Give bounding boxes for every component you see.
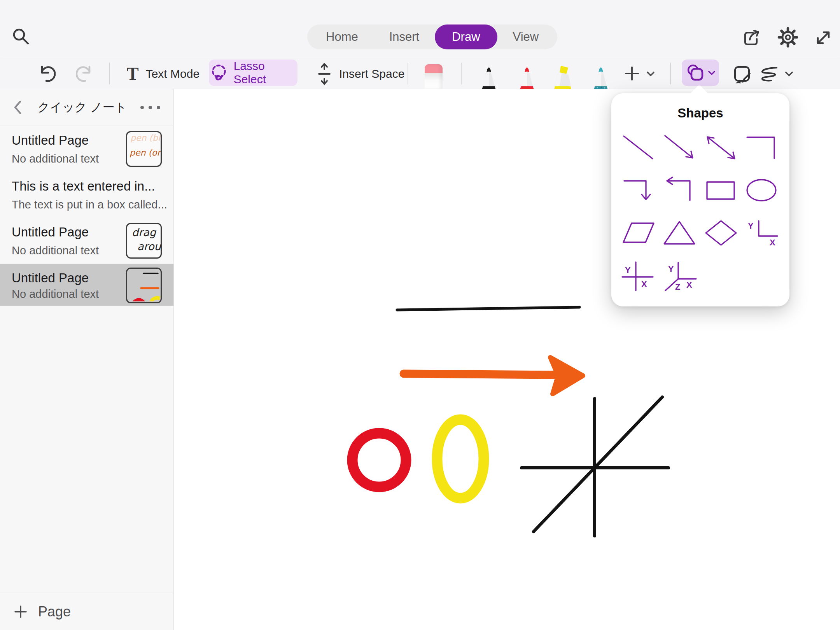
lasso-select-button[interactable]: Lasso Select: [209, 60, 298, 86]
onenote-app: Home Insert Draw View: [0, 0, 840, 630]
add-page-label: Page: [38, 604, 71, 620]
eraser-tool[interactable]: [425, 64, 443, 89]
shape-parallelogram[interactable]: [621, 218, 657, 249]
shape-axes-quadrant[interactable]: Y X: [744, 218, 780, 249]
plus-icon: [624, 66, 640, 81]
text-mode-button[interactable]: T Text Mode: [127, 62, 200, 86]
ribbon-divider: [408, 63, 408, 84]
yellow-highlighter-tool[interactable]: [550, 64, 576, 89]
shape-diagonal-double-arrow[interactable]: [703, 133, 739, 164]
pen-options-chevron[interactable]: [646, 70, 656, 78]
ink-axes-sketch[interactable]: [522, 397, 668, 536]
svg-text:Z: Z: [675, 282, 680, 292]
ribbon-tab-bar: Home Insert Draw View: [307, 24, 557, 49]
notebook-options-button[interactable]: [140, 106, 160, 109]
add-pen-button[interactable]: [623, 65, 641, 82]
insert-space-button[interactable]: Insert Space: [317, 62, 404, 86]
page-list-item[interactable]: Untitled Page No additional text pen (bl…: [0, 126, 173, 172]
share-button[interactable]: [740, 27, 762, 48]
shape-ellipse[interactable]: [744, 175, 780, 206]
lasso-icon: [209, 61, 229, 84]
tab-draw[interactable]: Draw: [435, 24, 497, 49]
search-button[interactable]: [11, 26, 30, 46]
tab-home[interactable]: Home: [310, 24, 374, 49]
page-title: Untitled Page: [12, 271, 89, 285]
shape-axes-cross[interactable]: Y X: [621, 261, 657, 292]
shape-elbow-arrow-down[interactable]: [621, 175, 657, 206]
shape-rectangle[interactable]: [703, 175, 739, 206]
thumb-handwriting: drag: [132, 226, 156, 238]
shape-triangle[interactable]: [662, 218, 698, 249]
add-page-button[interactable]: Page: [0, 593, 173, 630]
shape-diamond[interactable]: [703, 218, 739, 249]
chevron-left-icon: [13, 100, 22, 114]
ink-yellow-ellipse[interactable]: [437, 420, 484, 498]
thumb-handwriting: pen (bl: [130, 133, 160, 143]
insert-space-icon: [317, 63, 331, 85]
tab-view[interactable]: View: [497, 24, 555, 49]
text-mode-label: Text Mode: [146, 67, 200, 80]
shapes-button[interactable]: [682, 60, 719, 86]
svg-text:X: X: [770, 238, 775, 247]
ink-black-line[interactable]: [397, 307, 579, 310]
ink-replay-button[interactable]: [758, 64, 781, 84]
shape-axes-3d[interactable]: Y X Z: [662, 261, 698, 292]
text-mode-icon: T: [127, 65, 139, 83]
page-list-item[interactable]: Untitled Page No additional text drag ar…: [0, 218, 173, 264]
undo-button[interactable]: [37, 63, 57, 85]
chevron-down-icon: [646, 71, 655, 77]
shape-diagonal-arrow[interactable]: [662, 133, 698, 164]
shape-diagonal-line[interactable]: [621, 133, 657, 164]
ink-replay-chevron[interactable]: [784, 70, 794, 78]
ink-red-circle[interactable]: [352, 433, 406, 487]
draw-ribbon: T Text Mode Lasso Select Insert Space: [0, 59, 840, 89]
sidebar-header: クイック ノート: [0, 89, 173, 126]
gear-icon: [777, 26, 799, 48]
share-icon: [741, 28, 761, 47]
chevron-down-icon: [708, 70, 716, 76]
ink-note-button[interactable]: [731, 63, 753, 86]
scribble-icon: [758, 65, 780, 83]
ribbon-divider: [109, 63, 110, 84]
page-title: Untitled Page: [12, 225, 89, 240]
page-title: Untitled Page: [12, 133, 89, 148]
red-pen-tool[interactable]: [516, 64, 538, 89]
note-pen-icon: [732, 64, 752, 85]
chevron-down-icon: [785, 71, 793, 77]
thumb-handwriting: pen (ora: [130, 148, 162, 158]
galaxy-pen-tool[interactable]: [590, 64, 612, 89]
thumbnail-drawing: [127, 269, 160, 301]
tab-insert[interactable]: Insert: [374, 24, 435, 49]
page-list-item[interactable]: This is a text entered in... The text is…: [0, 172, 173, 218]
undo-icon: [38, 64, 56, 84]
expand-icon: [814, 28, 833, 47]
back-button[interactable]: [11, 99, 24, 116]
page-subtitle: No additional text: [12, 152, 99, 165]
black-pen-tool[interactable]: [478, 64, 500, 89]
page-thumbnail: pen (bl pen (ora: [126, 131, 162, 167]
insert-space-label: Insert Space: [339, 67, 404, 80]
page-list-item-selected[interactable]: Untitled Page No additional text: [0, 264, 173, 306]
top-bar: Home Insert Draw View: [0, 0, 840, 59]
page-subtitle: The text is put in a box called...: [12, 198, 167, 211]
search-icon: [11, 27, 30, 46]
thumb-handwriting: arou: [137, 240, 161, 252]
page-subtitle: No additional text: [12, 288, 99, 301]
shapes-grid: Y X Y X Y X Z: [611, 127, 789, 298]
ink-orange-arrow-shaft[interactable]: [404, 374, 557, 375]
shape-elbow-arrow-left[interactable]: [662, 175, 698, 206]
fullscreen-button[interactable]: [813, 27, 834, 48]
page-sidebar: クイック ノート Untitled Page No additional tex…: [0, 89, 174, 630]
svg-text:X: X: [686, 280, 692, 290]
ribbon-divider: [670, 63, 671, 84]
settings-button[interactable]: [776, 26, 800, 49]
shapes-popup: Shapes: [611, 93, 789, 306]
svg-text:Y: Y: [748, 221, 754, 231]
redo-button[interactable]: [75, 63, 95, 85]
notebook-title: クイック ノート: [24, 99, 140, 116]
shapes-icon: [686, 63, 706, 82]
page-list: Untitled Page No additional text pen (bl…: [0, 126, 173, 306]
svg-text:Y: Y: [625, 265, 631, 275]
shape-corner-line[interactable]: [744, 133, 780, 164]
page-thumbnail: drag arou: [126, 223, 162, 259]
